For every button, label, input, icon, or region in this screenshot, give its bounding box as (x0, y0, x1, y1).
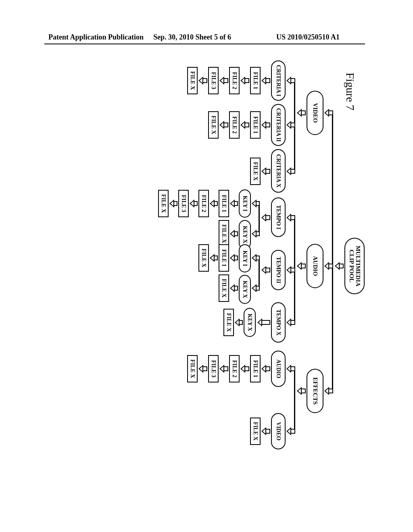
text-tempo-x: TEMPO X (275, 303, 282, 342)
text-criteria-1: CRITERIA I (275, 61, 282, 100)
node-effects: EFFECTS (307, 369, 323, 413)
arrow-icon (219, 78, 228, 83)
header-left: Patent Application Publication (48, 33, 144, 42)
arrow-icon (210, 255, 218, 261)
text-key-1: KEY I (242, 190, 248, 217)
text-file: FILE 1 (252, 72, 259, 89)
text-key-x: KEY X (247, 309, 253, 336)
text-effects: EFFECTS (312, 370, 318, 412)
file-box: FILE X (158, 190, 169, 217)
arrow-icon (297, 263, 306, 269)
text-file: FILE 3 (210, 72, 217, 89)
arrow-icon (286, 168, 295, 174)
arrow-icon (257, 320, 270, 325)
text-effects-video: VIDEO (275, 414, 282, 449)
node-key-1: KEY I (239, 189, 251, 218)
text-file: FILE 3 (180, 195, 187, 212)
file-box: FILE X (250, 158, 261, 185)
header-middle: Sep. 30, 2010 Sheet 5 of 6 (153, 33, 231, 42)
arrow-icon (261, 366, 270, 372)
arrow-icon (240, 122, 249, 128)
node-tempo-1: TEMPO I (271, 197, 286, 237)
bus-line (259, 204, 260, 234)
arrow-icon (210, 201, 218, 206)
arrow-icon (261, 78, 270, 83)
node-criteria-2: CRITERIA II (271, 104, 286, 146)
text-file: FILE 2 (200, 195, 207, 212)
text-file: FILE 3 (210, 360, 217, 377)
node-criteria-x: CRITERIA X (271, 149, 286, 193)
file-box: FILE 2 (229, 355, 240, 382)
file-box: FILE X (219, 274, 229, 302)
node-effects-audio: AUDIO (271, 351, 286, 387)
arrow-icon (252, 285, 260, 291)
node-audio: AUDIO (307, 244, 323, 288)
text-criteria-2: CRITERIA II (275, 105, 282, 145)
bus-line (294, 369, 295, 431)
text-file: FILE X (189, 71, 196, 90)
arrow-icon (324, 110, 333, 116)
arrow-icon (230, 285, 238, 291)
bus-line (259, 258, 260, 288)
file-box: FILE X (187, 67, 198, 94)
diagram-container: Figure 7 MULTIMEDIA CLIP POOL VIDEO AUDI… (0, 64, 369, 389)
arrow-icon (324, 263, 333, 269)
arrow-icon (219, 122, 228, 128)
arrow-icon (252, 231, 260, 237)
text-file: FILE X (221, 279, 227, 297)
arrow-icon (190, 201, 198, 206)
file-box: FILE 2 (229, 111, 240, 139)
text-key-1: KEY I (242, 245, 248, 272)
text-file: FILE 1 (252, 116, 259, 133)
text-file: FILE X (221, 224, 227, 243)
file-box: FILE X (187, 355, 198, 382)
text-video: VIDEO (312, 91, 318, 134)
arrow-icon (240, 78, 249, 83)
text-file: FILE X (160, 194, 167, 213)
arrow-icon (286, 428, 295, 434)
text-file: FILE X (225, 313, 232, 332)
arrow-icon (286, 320, 295, 325)
file-box: FILE X (198, 244, 209, 272)
arrow-icon (169, 201, 177, 206)
file-box: FILE X (219, 220, 229, 247)
arrow-icon (198, 78, 207, 83)
text-root-l1: MULTIMEDIA (355, 239, 361, 293)
file-box: FILE 1 (250, 111, 261, 139)
node-key-x: KEY X (244, 308, 256, 337)
arrow-icon (230, 231, 238, 237)
file-box: FILE 1 (250, 355, 261, 382)
file-box: FILE X (208, 111, 219, 139)
arrow-icon (219, 366, 228, 372)
arrow-icon (286, 267, 295, 273)
arrow-icon (230, 255, 238, 261)
header-rule (44, 44, 365, 44)
node-key-x: KEY X (239, 275, 251, 304)
file-box: FILE X (223, 309, 234, 336)
text-file: FILE 1 (221, 195, 227, 212)
arrow-icon (261, 122, 270, 128)
text-tempo-2: TEMPO II (275, 251, 282, 289)
text-file: FILE X (252, 162, 259, 181)
arrow-icon (230, 201, 238, 206)
arrow-icon (335, 263, 344, 269)
arrow-icon (324, 388, 333, 394)
node-effects-video: VIDEO (271, 413, 286, 449)
node-key-1: KEY I (239, 244, 251, 272)
arrow-icon (252, 255, 260, 261)
file-box: FILE 2 (198, 190, 209, 217)
bus-line (332, 113, 333, 391)
arrow-icon (261, 428, 270, 434)
node-tempo-x: TEMPO X (271, 302, 286, 343)
text-file: FILE 2 (231, 116, 238, 133)
text-file: FILE 1 (252, 360, 259, 377)
text-file: FILE 1 (221, 249, 227, 266)
text-criteria-x: CRITERIA X (275, 150, 282, 192)
arrow-icon (261, 168, 270, 174)
text-root-l2: CLIP POOL (348, 239, 355, 293)
text-file: FILE X (252, 422, 259, 441)
text-file: FILE 2 (231, 72, 238, 89)
arrow-icon (261, 267, 270, 273)
text-file: FILE X (210, 116, 217, 134)
arrow-icon (240, 366, 249, 372)
